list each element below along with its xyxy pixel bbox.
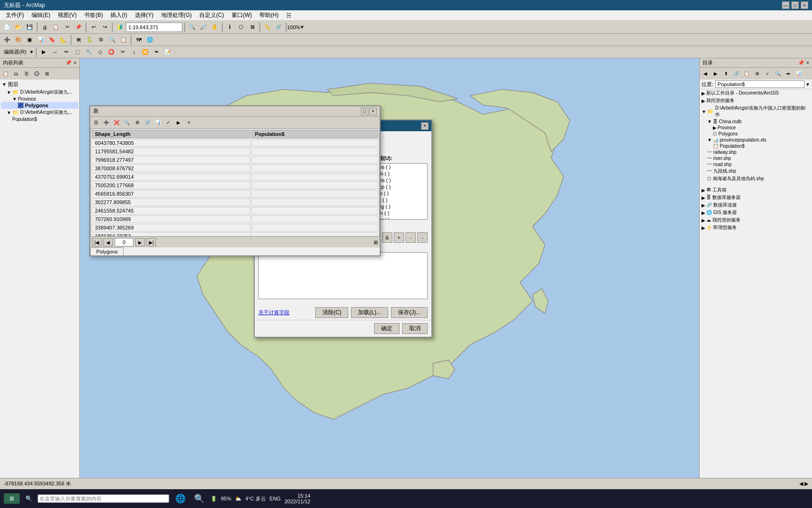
functions-list-item[interactable]: Exp ( ) — [374, 183, 427, 190]
catalog-btn-5[interactable]: 📋 — [742, 69, 751, 78]
bookmark-btn[interactable]: 🔖 — [47, 35, 57, 45]
measure-button[interactable]: 📏 — [262, 22, 273, 32]
catalog-btn-1[interactable]: ◀ — [701, 69, 710, 78]
functions-list-item[interactable]: Cos ( ) — [374, 177, 427, 183]
catalog-btn-6[interactable]: ⚙ — [752, 69, 762, 78]
attr-btn-9[interactable]: ▶ — [174, 118, 183, 127]
functions-list-item[interactable]: Fix ( ) — [374, 190, 427, 197]
attr-btn-6[interactable]: 🔗 — [143, 118, 152, 127]
toc-pin-icon[interactable]: 📌 — [65, 60, 72, 66]
edit-tool-7[interactable]: ⭕ — [106, 47, 117, 57]
edit-tool-10[interactable]: 🔀 — [140, 47, 150, 57]
dialog-close-button[interactable]: × — [421, 122, 429, 130]
paste-button[interactable]: 📌 — [73, 22, 84, 32]
catalog-btn-9[interactable]: ➡ — [783, 69, 793, 78]
python-btn[interactable]: 🐍 — [85, 35, 95, 45]
edit-tool-9[interactable]: ↕ — [129, 47, 139, 57]
attr-btn-2[interactable]: ➕ — [102, 118, 111, 127]
table-row[interactable]: 2461558.524745 — [92, 207, 378, 214]
catalog-item-railway[interactable]: 〰 railway.shp — [700, 149, 812, 155]
undo-button[interactable]: ↩ — [88, 22, 99, 32]
attr-btn-1[interactable]: ☰ — [91, 118, 101, 127]
code-area[interactable] — [258, 252, 428, 299]
functions-list-item[interactable]: Int ( ) — [374, 197, 427, 203]
table-row[interactable]: 4565816.856307 — [92, 190, 378, 198]
attr-table-scroll[interactable]: Shape_Length Population$ 6043780.7438051… — [90, 128, 380, 237]
functions-list-item[interactable]: Abs ( ) — [374, 164, 427, 170]
catalog-item-myhosted2[interactable]: ▶ ☁ 我托管的服务 — [700, 216, 812, 224]
nav-arrows[interactable]: ◀ ▶ — [799, 481, 808, 487]
taskbar-search-input[interactable] — [38, 494, 169, 503]
attr-btn-3[interactable]: ❌ — [112, 118, 121, 127]
table-row[interactable]: 7505200.177668 — [92, 182, 378, 189]
col-header-population[interactable]: Population$ — [251, 130, 378, 138]
table-row[interactable]: 4370752.699014 — [92, 173, 378, 181]
clear-button[interactable]: 清除(C) — [315, 307, 349, 318]
catalog-item-dbserver[interactable]: ▶ 🗄 数据库服务器 — [700, 194, 812, 201]
functions-list-item[interactable]: Log ( ) — [374, 203, 427, 210]
toc-btn-2[interactable]: 🗂 — [11, 69, 21, 78]
table-row[interactable]: 302277.809855 — [92, 198, 378, 206]
catalog-item-nanhai[interactable]: ⬡ 南海诸岛及其他岛屿.shp — [700, 175, 812, 183]
pan-button[interactable]: ✋ — [210, 22, 220, 32]
catalog-item-dbconn[interactable]: ▶ 🔗 数据库连接 — [700, 201, 812, 209]
map-btn[interactable]: 🗺 — [133, 35, 144, 45]
menu-select[interactable]: 选择(Y) — [131, 10, 157, 20]
catalog-item-province[interactable]: ▶ Province — [700, 125, 812, 131]
search-btn[interactable]: 🔍 — [107, 35, 117, 45]
zoom-percent-button[interactable]: 100% — [289, 22, 299, 32]
select-btn-2[interactable]: ▣ — [24, 35, 35, 45]
taskbar-edge-icon[interactable]: 🌐 — [173, 491, 188, 506]
menu-bookmarks[interactable]: 书签(B) — [80, 10, 107, 20]
attr-btn-7[interactable]: 📊 — [153, 118, 163, 127]
menu-customize[interactable]: 自定义(C) — [195, 10, 228, 20]
attr-btn-4[interactable]: 🔍 — [122, 118, 132, 127]
save-button[interactable]: 💾 — [24, 22, 35, 32]
layout-btn[interactable]: 📐 — [58, 35, 69, 45]
toc-btn-5[interactable]: ⊞ — [42, 69, 52, 78]
catalog-item-chinamdb[interactable]: ▼ 🗄 China.mdb — [700, 119, 812, 125]
attr-table-maximize[interactable]: □ — [361, 108, 368, 115]
catalog-item-population-dollar[interactable]: 📋 Population$ — [700, 143, 812, 149]
arc-toolbox-btn[interactable]: 🛠 — [73, 35, 84, 45]
model-builder-btn[interactable]: ⚙ — [96, 35, 106, 45]
functions-list-box[interactable]: Abs ( )Atn ( )Cos ( )Exp ( )Fix ( )Int (… — [373, 163, 428, 220]
taskbar-search-app-icon[interactable]: 🔍 — [192, 491, 207, 506]
open-button[interactable]: 📂 — [13, 22, 23, 32]
toc-group-layers[interactable]: ▼ 图层 — [1, 80, 78, 88]
add-data-button[interactable]: ➕ — [2, 35, 12, 45]
catalog-close-icon[interactable]: × — [806, 60, 809, 66]
scale-input[interactable]: 1:19,643,371 — [126, 23, 182, 32]
calc-btn-subtract[interactable]: - — [417, 232, 428, 243]
edit-tool-2[interactable]: ↔ — [50, 47, 60, 57]
toc-folder-2[interactable]: ▼ 📁 D:\Arbeit\Arcgis\实验九... — [1, 109, 78, 116]
functions-list-item[interactable]: Sqr ( ) — [374, 216, 427, 220]
catalog-item-jiuduanxian[interactable]: 〰 九段线.shp — [700, 167, 812, 175]
catalog-btn-7[interactable]: ✓ — [763, 69, 772, 78]
catalog-item-river[interactable]: 〰 river.shp — [700, 155, 812, 161]
table-row[interactable]: 3389407.365269 — [92, 224, 378, 231]
edit-tool-8[interactable]: ✂ — [117, 47, 128, 57]
minimize-button[interactable]: — — [782, 1, 789, 9]
edit-tool-11[interactable]: ✒ — [151, 47, 162, 57]
nav-last[interactable]: ▶| — [147, 238, 156, 246]
catalog-item-workhome[interactable]: ▶ 新认工作目录 - Documents/ArcGIS — [700, 89, 812, 97]
edit-tool-12[interactable]: 📝 — [163, 47, 173, 57]
menu-insert[interactable]: 插入(I) — [107, 10, 131, 20]
table-row[interactable]: 1831364.23252 — [92, 232, 378, 237]
zoom-out-button[interactable]: 🔎 — [198, 22, 209, 32]
catalog-item-main-folder[interactable]: ▼ 📁 D:\Arbeit\Arcgis\实验九中国人口密度图的制作 — [700, 104, 812, 119]
editor-label[interactable]: 编辑器(R) — [2, 48, 28, 56]
col-header-shape-length[interactable]: Shape_Length — [92, 130, 250, 138]
catalog-item-myhosted[interactable]: ▶ 我托管的服务 — [700, 97, 812, 104]
catalog-item-provpop-xls[interactable]: ▼ 📊 provincepopulation.xls — [700, 137, 812, 143]
globe-btn[interactable]: 🌐 — [145, 35, 155, 45]
functions-list-item[interactable]: Sin ( ) — [374, 210, 427, 216]
toc-folder-1[interactable]: ▼ 📁 D:\Arbeit\Arcgis\实验九... — [1, 88, 78, 96]
cancel-button[interactable]: 取消 — [402, 323, 428, 334]
functions-list-item[interactable]: Atn ( ) — [374, 170, 427, 177]
toc-layer-province[interactable]: ▼ Province — [1, 96, 78, 102]
attr-btn-close[interactable]: × — [184, 118, 194, 127]
catalog-btn-4[interactable]: 🔗 — [732, 69, 741, 78]
menu-view[interactable]: 视图(V) — [54, 10, 80, 20]
